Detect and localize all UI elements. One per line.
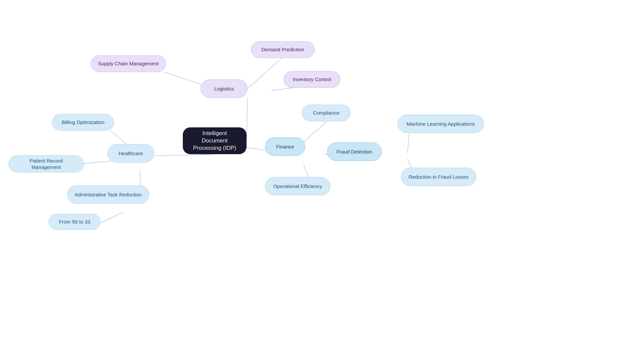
ml-applications-node: Machine Learning Applications (397, 115, 484, 133)
svg-line-0 (247, 98, 248, 141)
admin-task-reduction-label: Administrative Task Reduction (74, 191, 142, 198)
healthcare-label: Healthcare (119, 150, 143, 157)
healthcare-node: Healthcare (107, 144, 154, 163)
billing-optimization-node: Billing Optimization (52, 114, 114, 131)
operational-efficiency-node: Operational Efficiency (265, 177, 330, 195)
svg-line-13 (408, 131, 409, 153)
demand-prediction-node: Demand Prediction (251, 41, 315, 58)
finance-label: Finance (276, 143, 294, 150)
fraud-detection-node: Fraud Detection (327, 142, 382, 161)
center-label: Intelligent Document Processing (IDP) (189, 130, 240, 152)
admin-task-reduction-node: Administrative Task Reduction (67, 185, 149, 204)
reduction-fraud-losses-label: Reduction in Fraud Losses (409, 174, 468, 180)
fraud-detection-label: Fraud Detection (336, 148, 372, 155)
supply-chain-label: Supply Chain Management (98, 60, 159, 67)
demand-prediction-label: Demand Prediction (261, 46, 304, 53)
compliance-node: Compliance (302, 105, 351, 121)
inventory-control-node: Inventory Control (283, 71, 340, 88)
operational-efficiency-label: Operational Efficiency (273, 183, 322, 190)
svg-line-8 (101, 212, 123, 223)
logistics-label: Logistics (214, 85, 234, 92)
ml-applications-label: Machine Learning Applications (407, 121, 475, 127)
center-node: Intelligent Document Processing (IDP) (183, 127, 247, 154)
inventory-control-label: Inventory Control (293, 76, 331, 83)
patient-record-node: Patient Record Management (8, 155, 84, 173)
logistics-node: Logistics (201, 79, 248, 98)
from50to33-label: From 50 to 33 (59, 219, 90, 225)
supply-chain-node: Supply Chain Management (91, 55, 166, 72)
svg-line-1 (248, 58, 282, 89)
compliance-label: Compliance (313, 110, 339, 116)
patient-record-label: Patient Record Management (15, 158, 77, 171)
billing-optimization-label: Billing Optimization (62, 119, 105, 126)
from50to33-node: From 50 to 33 (49, 214, 101, 230)
finance-node: Finance (265, 137, 305, 156)
svg-line-4 (154, 154, 215, 156)
reduction-fraud-losses-node: Reduction in Fraud Losses (401, 168, 476, 186)
